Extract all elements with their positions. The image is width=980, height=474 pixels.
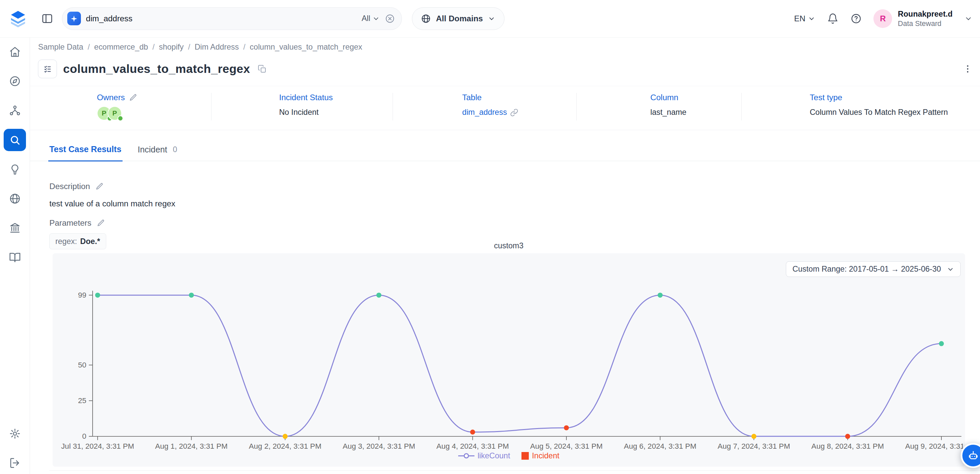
notifications-bell-icon[interactable] (827, 13, 838, 24)
search-input[interactable] (86, 14, 356, 23)
user-avatar[interactable]: R (873, 9, 892, 28)
edit-description-icon[interactable] (95, 183, 103, 190)
nav-home[interactable] (4, 41, 26, 63)
svg-text:Aug 2, 2024, 3:31 PM: Aug 2, 2024, 3:31 PM (249, 442, 321, 451)
nav-glossary[interactable] (4, 246, 26, 269)
summary-panel: Owners P P (30, 86, 980, 130)
graph-nodes-icon (9, 105, 21, 116)
gear-icon (9, 428, 21, 440)
globe-icon (421, 14, 431, 24)
nav-logout[interactable] (4, 452, 26, 474)
owner-initial: P (113, 109, 117, 117)
line-chart-plot[interactable]: 0255099Jul 31, 2024, 3:31 PMAug 1, 2024,… (52, 283, 965, 451)
breadcrumb-item-test-case: column_values_to_match_regex (250, 43, 362, 52)
tab-label: Incident (137, 145, 167, 154)
svg-text:Aug 4, 2024, 3:31 PM: Aug 4, 2024, 3:31 PM (436, 442, 509, 451)
search-scope-dropdown[interactable]: All (362, 14, 380, 23)
search-magnifier-icon (9, 134, 21, 146)
summary-incident-status: Incident Status No Incident (211, 93, 392, 120)
parameters-label: Parameters (49, 218, 91, 227)
breadcrumb-item-database[interactable]: ecommerce_db (94, 43, 148, 52)
chart-legend: likeCount Incident (52, 451, 965, 460)
breadcrumb-separator: / (153, 43, 155, 52)
tab-incident[interactable]: Incident 0 (137, 140, 178, 161)
lightbulb-icon (9, 164, 21, 175)
owner-badge (118, 116, 123, 121)
legend-label: likeCount (477, 451, 510, 460)
chart-title: custom3 (52, 241, 965, 250)
owner-avatar[interactable]: P (108, 106, 122, 121)
svg-text:Aug 1, 2024, 3:31 PM: Aug 1, 2024, 3:31 PM (155, 442, 228, 451)
test-trend-chart-card: Custom Range: 2017-05-01 → 2025-06-30 02… (52, 253, 965, 467)
all-domains-dropdown[interactable]: All Domains (412, 7, 504, 30)
nav-domains[interactable] (4, 188, 26, 210)
summary-column: Column last_name (576, 93, 741, 120)
column-label: Column (650, 93, 678, 102)
legend-likecount[interactable]: likeCount (458, 451, 510, 460)
search-clear-icon[interactable] (385, 13, 395, 24)
link-icon (510, 108, 518, 116)
breadcrumb-item-schema[interactable]: shopify (159, 43, 183, 52)
all-domains-label: All Domains (436, 14, 483, 23)
help-icon[interactable] (851, 13, 862, 24)
custom-range-dropdown[interactable]: Custom Range: 2017-05-01 → 2025-06-30 (786, 261, 961, 277)
table-label: Table (462, 93, 482, 102)
search-scope-label: All (362, 14, 370, 23)
section-divider (49, 470, 980, 471)
copy-icon[interactable] (258, 65, 266, 73)
incident-status-value: No Incident (279, 108, 319, 117)
legend-label: Incident (532, 451, 559, 460)
test-case-icon (38, 60, 57, 78)
line-series-icon (458, 453, 474, 459)
svg-text:99: 99 (78, 291, 86, 299)
test-type-value: Column Values To Match Regex Pattern (810, 108, 948, 117)
nav-settings[interactable] (4, 422, 26, 445)
bank-icon (9, 222, 21, 234)
nav-govern[interactable] (4, 217, 26, 239)
description-header: Description (49, 182, 980, 191)
owner-initial: P (102, 109, 107, 117)
nav-lineage[interactable] (4, 99, 26, 122)
test-case-details: Description test value of a column match… (30, 182, 980, 471)
chevron-down-icon (947, 266, 955, 273)
edit-parameters-icon[interactable] (97, 219, 105, 227)
svg-text:Jul 31, 2024, 3:31 PM: Jul 31, 2024, 3:31 PM (61, 442, 134, 451)
user-menu-chevron-icon[interactable] (964, 14, 972, 23)
owners-label: Owners (97, 93, 125, 102)
tab-test-case-results[interactable]: Test Case Results (48, 140, 123, 161)
svg-text:50: 50 (78, 361, 86, 369)
breadcrumb-item-table[interactable]: Dim Address (194, 43, 239, 52)
breadcrumb: Sample Data / ecommerce_db / shopify / D… (38, 43, 980, 52)
logout-icon (9, 457, 21, 469)
breadcrumb-item-sample-data[interactable]: Sample Data (38, 43, 83, 52)
description-label: Description (49, 182, 90, 191)
left-sidebar (0, 38, 30, 474)
language-selector[interactable]: EN (794, 14, 816, 23)
chevron-down-icon (808, 15, 816, 23)
app-logo-icon[interactable] (8, 8, 29, 29)
svg-text:Aug 5, 2024, 3:31 PM: Aug 5, 2024, 3:31 PM (530, 442, 603, 451)
summary-owners: Owners P P (30, 93, 211, 120)
user-name: Rounakpreet.d (898, 9, 952, 19)
user-menu[interactable]: R Rounakpreet.d Data Steward (873, 9, 952, 29)
table-link[interactable]: dim_address (462, 108, 507, 117)
nav-explore[interactable] (4, 70, 26, 92)
nav-observability[interactable] (4, 129, 26, 151)
summary-test-type: Test type Column Values To Match Regex P… (741, 93, 917, 120)
parameters-header: Parameters (49, 218, 980, 227)
legend-incident[interactable]: Incident (522, 451, 559, 460)
home-icon (9, 46, 21, 58)
nav-insights[interactable] (4, 158, 26, 181)
compass-icon (9, 75, 21, 87)
open-book-icon (9, 251, 21, 263)
topbar-right-actions: EN R Rounakpreet.d Data Steward (794, 9, 975, 29)
globe-icon (9, 193, 21, 205)
edit-owners-icon[interactable] (129, 94, 137, 102)
incident-count-badge: 0 (173, 145, 177, 154)
column-value: last_name (650, 108, 686, 117)
main-content: Sample Data / ecommerce_db / shopify / D… (30, 38, 980, 474)
summary-table: Table dim_address (393, 93, 576, 120)
ai-search-icon[interactable] (67, 12, 81, 25)
sidebar-toggle-icon[interactable] (41, 13, 53, 25)
more-actions-kebab-icon[interactable] (961, 62, 974, 75)
